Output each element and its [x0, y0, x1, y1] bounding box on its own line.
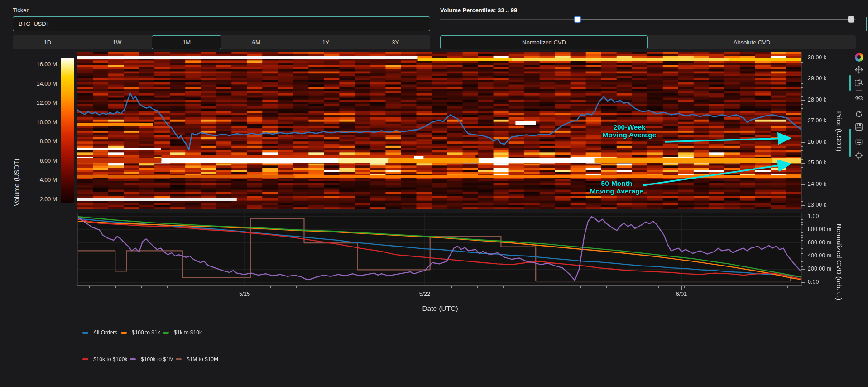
cvd-mode-button-absolute-cvd[interactable]: Absolute CVD	[648, 35, 856, 49]
ticker-label: Ticker	[13, 7, 29, 14]
tick-mark	[374, 286, 374, 288]
bokeh-logo-icon[interactable]	[854, 52, 864, 62]
tick-mark	[801, 246, 803, 246]
tick-mark	[801, 87, 803, 88]
ticker-input[interactable]	[13, 16, 430, 31]
tick-mark	[801, 67, 803, 67]
tick-mark	[801, 184, 805, 185]
toolbar-separator	[856, 90, 862, 91]
tick-mark	[348, 286, 348, 288]
tick-label: 16.00 M	[25, 61, 57, 68]
tick-label: 25.00 k	[808, 160, 826, 166]
tick-label: 200.00 m	[808, 266, 831, 272]
tick-label: 0.00	[808, 279, 819, 285]
tick-mark	[801, 117, 803, 117]
tick-mark	[801, 280, 803, 280]
cvd-left-frame	[77, 213, 78, 285]
tick-label: 400.00 m	[808, 252, 831, 259]
hover-icon[interactable]	[854, 138, 864, 148]
crosshair-icon[interactable]	[854, 150, 864, 160]
tick-mark	[801, 155, 803, 155]
legend-label: $100 to $1k	[132, 329, 160, 336]
tick-mark	[801, 100, 805, 101]
tick-mark	[801, 266, 803, 267]
box-zoom-icon[interactable]	[854, 77, 864, 87]
volume-heatmap-canvas[interactable]	[77, 52, 801, 209]
cvd-mode-button-normalized-cvd[interactable]: Normalized CVD	[440, 35, 648, 49]
cvd-mode-button-group: Normalized CVDAbsolute CVD	[440, 35, 856, 49]
timeframe-button-1m[interactable]: 1M	[152, 35, 221, 49]
tick-label: 8.00 M	[25, 138, 57, 145]
tick-mark	[801, 232, 803, 233]
tick-mark	[801, 227, 803, 227]
tick-mark	[801, 269, 805, 270]
pan-icon[interactable]	[854, 65, 864, 75]
tick-mark	[801, 264, 803, 264]
tick-mark	[167, 286, 168, 288]
tick-mark	[736, 286, 736, 288]
tick-mark	[801, 79, 805, 79]
timeframe-button-1y[interactable]: 1Y	[291, 35, 361, 49]
tick-mark	[801, 253, 803, 254]
tick-mark	[801, 130, 803, 130]
app-root: Ticker 1D1W1M6M1Y3Y Volume Percentiles: …	[0, 0, 868, 387]
tick-mark	[801, 167, 803, 168]
tick-label: 28.00 k	[808, 97, 826, 103]
tick-mark	[801, 240, 803, 241]
tick-mark	[684, 286, 685, 288]
reset-icon[interactable]	[854, 109, 864, 119]
tick-mark	[801, 217, 805, 217]
tick-mark	[801, 259, 803, 259]
tick-mark	[801, 248, 803, 249]
tick-mark	[801, 224, 803, 225]
tick-mark	[219, 286, 219, 288]
normalized-cvd-canvas[interactable]	[77, 213, 801, 285]
timeframe-button-1w[interactable]: 1W	[82, 35, 152, 49]
tick-mark	[477, 286, 478, 288]
annotation-50m-ma: 50-Month Moving Average	[590, 179, 644, 195]
tick-mark	[801, 235, 803, 236]
tick-mark	[245, 286, 245, 288]
slider-handle-high[interactable]	[848, 16, 854, 23]
volume-percentiles-slider[interactable]	[440, 19, 856, 20]
tick-mark	[801, 92, 803, 92]
legend-item: $10k to $100k	[82, 356, 127, 363]
tick-mark	[801, 277, 803, 277]
tick-mark	[296, 286, 297, 288]
tick-mark	[400, 286, 400, 288]
legend-item: $100 to $1k	[121, 329, 160, 336]
tick-mark	[801, 219, 803, 220]
timeframe-button-1d[interactable]: 1D	[13, 35, 82, 49]
tick-mark	[801, 272, 803, 272]
tick-label: 5/22	[411, 291, 438, 297]
save-icon[interactable]	[854, 122, 864, 132]
timeframe-button-6m[interactable]: 6M	[221, 35, 291, 49]
tick-mark	[503, 286, 504, 288]
tick-label: 1.00	[808, 213, 819, 219]
tick-mark	[529, 286, 529, 288]
tick-label: 10.00 M	[25, 119, 57, 126]
tick-mark	[555, 286, 555, 288]
annotation-200w-ma: 200-Week Moving Average	[603, 123, 657, 139]
timeframe-button-3y[interactable]: 3Y	[360, 35, 430, 49]
toolbar-separator	[856, 106, 862, 106]
tick-mark	[801, 176, 803, 176]
tick-label: 29.00 k	[808, 75, 826, 82]
tick-label: 6/01	[668, 291, 695, 297]
wheel-zoom-icon[interactable]	[854, 93, 864, 103]
tick-mark	[801, 282, 805, 283]
tick-mark	[801, 150, 803, 151]
legend-item: $1M to $10M	[176, 356, 218, 363]
tick-label: 24.00 k	[808, 181, 826, 187]
tick-label: 23.00 k	[808, 202, 826, 208]
tick-mark	[762, 286, 762, 288]
tick-mark	[801, 243, 805, 243]
slider-handle-low[interactable]	[574, 16, 581, 23]
tick-label: 600.00 m	[808, 239, 831, 246]
volume-percentiles-label: Volume Percentiles: 33 .. 99	[440, 7, 517, 14]
legend-swatch	[82, 332, 88, 334]
box-zoom-active-indicator	[849, 75, 851, 91]
legend-label: $10k to $100k	[93, 356, 127, 363]
hover-active-indicator	[849, 129, 851, 157]
tick-mark	[270, 286, 271, 288]
